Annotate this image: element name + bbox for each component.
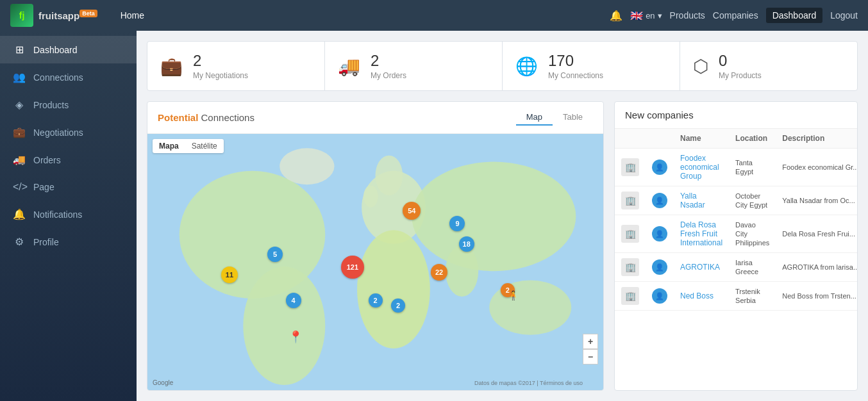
company-connect-cell: 👤 [646, 215, 674, 253]
sidebar-item-profile[interactable]: ⚙ Profile [0, 228, 137, 256]
title-plain: Connections [201, 112, 255, 123]
sidebar-item-negotiations[interactable]: 💼 Negotiations [0, 119, 137, 146]
company-connect-button[interactable]: 👤 [652, 226, 667, 241]
company-desc-cell: Dela Rosa Fresh Frui... [776, 215, 857, 253]
company-location: Davao City Philippines [735, 221, 769, 247]
company-logo-cell: 🏢 [615, 186, 646, 215]
map-cluster[interactable]: 2 [369, 293, 383, 307]
company-description: Dela Rosa Fresh Frui... [782, 230, 855, 238]
map-cluster[interactable]: 18 [459, 236, 474, 252]
table-row: 🏢 👤 AGROTIKA Iarisa Greece AGROTIKA from… [615, 253, 857, 282]
company-name[interactable]: Yalla Nsadar [680, 192, 705, 209]
col-location: Location [729, 129, 776, 149]
companies-table: Name Location Description 🏢 👤 Foodex eco… [615, 129, 857, 390]
table-row: 🏢 👤 Ned Boss Trstenik Serbia Ned Boss fr… [615, 282, 857, 311]
sidebar-item-label: Notifications [33, 209, 82, 220]
navbar-right: 🔔 🇬🇧 en ▾ Products Companies Dashboard L… [610, 8, 858, 23]
company-description: AGROTIKA from larisa... [782, 263, 857, 271]
connections-count: 170 [548, 52, 603, 70]
language-selector[interactable]: 🇬🇧 en ▾ [630, 10, 662, 22]
company-logo-cell: 🏢 [615, 149, 646, 186]
col-name: Name [674, 129, 729, 149]
map-cluster[interactable]: 4 [286, 293, 301, 308]
tab-map[interactable]: Map [516, 110, 553, 126]
company-location-cell: Davao City Philippines [729, 215, 776, 253]
sidebar-item-label: Negotiations [33, 127, 83, 138]
orders-count: 2 [371, 52, 406, 70]
company-name[interactable]: Foodex economical Group [680, 154, 719, 181]
negotiations-count: 2 [193, 52, 248, 70]
map-cluster[interactable]: 9 [449, 216, 465, 231]
company-connect-cell: 👤 [646, 186, 674, 215]
companies-data-table: Name Location Description 🏢 👤 Foodex eco… [615, 129, 857, 311]
sidebar-item-label: Products [33, 100, 69, 110]
col-icon-2 [646, 129, 674, 149]
company-name[interactable]: AGROTIKA [680, 263, 720, 272]
nav-links: Home [113, 6, 152, 24]
sidebar-item-connections[interactable]: 👥 Connections [0, 63, 137, 91]
connections-stat-icon: 🌐 [515, 56, 538, 77]
map-zoom-controls: + − [583, 334, 598, 364]
chevron-down-icon: ▾ [658, 11, 662, 20]
page-icon: </> [13, 181, 26, 193]
main-layout: ⊞ Dashboard 👥 Connections ◈ Products 💼 N… [0, 31, 868, 401]
company-description: Yalla Nsadar from Oc... [782, 197, 855, 204]
company-connect-cell: 👤 [646, 149, 674, 186]
google-logo: Google [153, 379, 173, 386]
company-description: Foodex economical Gr... [782, 163, 857, 171]
company-connect-button[interactable]: 👤 [652, 259, 667, 275]
bell-icon[interactable]: 🔔 [610, 10, 622, 22]
company-desc-cell: Ned Boss from Trsten... [776, 282, 857, 311]
nav-companies[interactable]: Companies [713, 10, 758, 20]
map-btn-mapa[interactable]: Mapa [153, 139, 185, 153]
table-row: 🏢 👤 Dela Rosa Fresh Fruit International … [615, 215, 857, 253]
app-name: fruitsappBeta [38, 10, 97, 21]
company-city: Iarisa [735, 259, 753, 266]
zoom-in-button[interactable]: + [583, 334, 598, 349]
sidebar-item-page[interactable]: </> Page [0, 174, 137, 201]
map-person-icon: 🧍 [508, 290, 519, 300]
sidebar-item-orders[interactable]: 🚚 Orders [0, 146, 137, 174]
company-connect-cell: 👤 [646, 253, 674, 282]
company-logo-cell: 🏢 [615, 282, 646, 311]
sidebar-item-dashboard[interactable]: ⊞ Dashboard [0, 36, 137, 63]
sidebar-item-label: Page [33, 182, 54, 192]
nav-products[interactable]: Products [670, 10, 705, 20]
map-pin: 📍 [288, 330, 303, 344]
company-connect-button[interactable]: 👤 [652, 160, 667, 175]
company-name[interactable]: Dela Rosa Fresh Fruit International [680, 220, 722, 247]
company-name-cell: Ned Boss [674, 282, 729, 311]
company-name[interactable]: Ned Boss [680, 291, 714, 300]
map-btn-satelite[interactable]: Satélite [185, 139, 224, 153]
nav-dashboard[interactable]: Dashboard [766, 8, 823, 23]
zoom-out-button[interactable]: − [583, 349, 598, 364]
company-logo-cell: 🏢 [615, 215, 646, 253]
tab-table[interactable]: Table [553, 110, 593, 126]
company-desc-cell: AGROTIKA from larisa... [776, 253, 857, 282]
logo-text: fj [19, 10, 25, 20]
connections-icon: 👥 [13, 71, 26, 83]
map-tabs: Map Table [516, 110, 593, 126]
sidebar-item-products[interactable]: ◈ Products [0, 91, 137, 119]
map-cluster[interactable]: 5 [267, 247, 283, 262]
sidebar-item-label: Orders [33, 155, 61, 165]
company-country: Philippines [735, 239, 769, 247]
map-cluster[interactable]: 11 [221, 266, 238, 283]
sidebar-item-notifications[interactable]: 🔔 Notifications [0, 201, 137, 228]
map-cluster[interactable]: 121 [341, 256, 364, 279]
map-section-header: Potential Connections Map Table [147, 102, 603, 134]
company-name-cell: Dela Rosa Fresh Fruit International [674, 215, 729, 253]
company-logo-icon: 🏢 [621, 287, 639, 305]
nav-logout[interactable]: Logout [830, 10, 858, 20]
col-icon-1 [615, 129, 646, 149]
map-cluster[interactable]: 54 [403, 202, 421, 220]
company-connect-button[interactable]: 👤 [652, 288, 667, 304]
company-connect-button[interactable]: 👤 [652, 193, 667, 208]
orders-label: My Orders [371, 71, 406, 80]
company-location: Trstenik Serbia [735, 288, 760, 304]
nav-home[interactable]: Home [113, 6, 152, 24]
map-cluster[interactable]: 22 [431, 264, 447, 281]
companies-section: New companies Name Location Description [614, 101, 858, 391]
content-area: 💼 2 My Negotiations 🚚 2 My Orders 🌐 170 … [137, 31, 868, 401]
map-cluster[interactable]: 2 [391, 299, 405, 313]
